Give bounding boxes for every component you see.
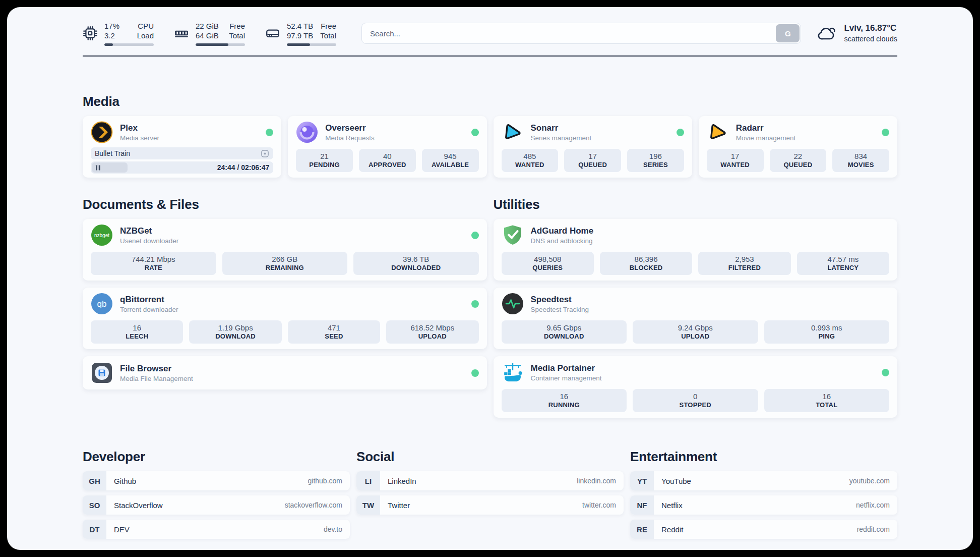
link-name: Twitter	[388, 501, 410, 510]
section-documents: Documents & Files nzbget NZBGet Usenet d…	[83, 197, 487, 425]
app-card-sonarr[interactable]: Sonarr Series management 485 WANTED 17 Q…	[494, 116, 692, 178]
link-url: linkedin.com	[577, 477, 616, 485]
stat-label: DOWNLOAD	[502, 332, 627, 340]
app-description: Media File Management	[120, 375, 193, 382]
search-input[interactable]	[361, 23, 801, 44]
stat-value: 485	[502, 152, 559, 160]
link-url: youtube.com	[849, 477, 890, 485]
stat-value: 17	[707, 152, 764, 160]
cpu-icon	[83, 26, 98, 41]
stat-available: 945 AVAILABLE	[422, 149, 479, 172]
link-linkedin[interactable]: LI LinkedIn linkedin.com	[356, 471, 624, 490]
adguard-icon	[502, 224, 524, 246]
stat-value: 9.65 Gbps	[502, 323, 627, 332]
stat-label: WANTED	[502, 161, 559, 169]
link-badge: GH	[83, 471, 106, 490]
link-name: DEV	[114, 525, 130, 534]
app-name: Plex	[120, 123, 159, 133]
disk-free-value: 52.4 TB	[287, 21, 313, 31]
stat-label: REMAINING	[222, 264, 348, 271]
app-card-radarr[interactable]: Radarr Movie management 17 WANTED 22 QUE…	[699, 116, 897, 178]
link-url: twitter.com	[582, 501, 616, 509]
status-online-dot	[471, 369, 479, 377]
link-stackoverflow[interactable]: SO StackOverflow stackoverflow.com	[83, 495, 350, 515]
disk-total-value: 97.9 TB	[287, 31, 313, 41]
stat-label: STOPPED	[633, 401, 758, 409]
stat-label: QUERIES	[502, 264, 594, 271]
stat-value: 86,396	[600, 255, 692, 263]
stat-label: FILTERED	[698, 264, 790, 271]
utilities-section-title: Utilities	[494, 197, 898, 212]
stat-value: 21	[296, 152, 353, 160]
stat-filtered: 2,953 FILTERED	[698, 252, 790, 275]
stat-movies: 834 MOVIES	[832, 149, 889, 172]
cpu-usage-value: 17%	[104, 21, 119, 31]
stat-upload: 618.52 Mbps UPLOAD	[386, 320, 478, 344]
link-url: reddit.com	[857, 525, 890, 533]
search-engine-button[interactable]: G	[776, 24, 800, 42]
stat-label: LEECH	[91, 332, 183, 340]
app-card-overseerr[interactable]: Overseerr Media Requests 21 PENDING 40 A…	[288, 116, 486, 178]
link-github[interactable]: GH Github github.com	[83, 471, 350, 490]
documents-section-title: Documents & Files	[83, 197, 487, 212]
stat-remaining: 266 GB REMAINING	[222, 252, 348, 275]
stat-label: APPROVED	[359, 161, 416, 169]
now-playing-title: Bullet Train	[95, 149, 130, 157]
link-twitter[interactable]: TW Twitter twitter.com	[356, 495, 624, 515]
link-dev[interactable]: DT DEV dev.to	[83, 520, 350, 539]
app-description: DNS and adblocking	[531, 237, 594, 245]
stat-pending: 21 PENDING	[296, 149, 353, 172]
stat-approved: 40 APPROVED	[359, 149, 416, 172]
stat-running: 16 RUNNING	[502, 389, 627, 412]
link-badge: NF	[630, 495, 654, 515]
app-card-portainer[interactable]: Media Portainer Container management 16 …	[494, 356, 898, 418]
link-badge: DT	[83, 520, 106, 539]
status-online-dot	[677, 129, 684, 136]
app-name: NZBGet	[120, 226, 178, 236]
system-stats: 17% 3.2 CPU Load	[83, 21, 356, 46]
stat-value: 16	[764, 392, 890, 401]
app-card-nzbget[interactable]: nzbget NZBGet Usenet downloader 744.21 M…	[83, 219, 487, 281]
stat-blocked: 86,396 BLOCKED	[600, 252, 692, 275]
stat-value: 2,953	[698, 255, 790, 263]
social-section-title: Social	[356, 449, 624, 465]
app-description: Movie management	[736, 134, 796, 142]
link-youtube[interactable]: YT YouTube youtube.com	[630, 471, 897, 490]
disk-stat: 52.4 TB 97.9 TB Free Total	[265, 21, 336, 46]
stat-queued: 17 QUEUED	[564, 149, 621, 172]
cpu-progress-bar	[104, 43, 154, 46]
stat-value: 0	[633, 392, 758, 401]
search-bar: G	[361, 23, 801, 44]
stat-value: 945	[422, 152, 479, 160]
stat-value: 196	[627, 152, 684, 160]
weather-widget: Lviv, 16.87°C scattered clouds	[816, 23, 897, 44]
app-card-speedtest[interactable]: Speedtest Speedtest Tracking 9.65 Gbps D…	[494, 288, 898, 349]
link-reddit[interactable]: RE Reddit reddit.com	[630, 520, 897, 539]
stat-download: 1.19 Gbps DOWNLOAD	[189, 320, 281, 344]
disk-progress-bar	[287, 43, 336, 46]
link-url: dev.to	[324, 525, 342, 533]
link-netflix[interactable]: NF Netflix netflix.com	[630, 495, 897, 515]
app-description: Usenet downloader	[120, 237, 178, 245]
cpu-progress-fill	[104, 43, 113, 46]
app-card-adguard[interactable]: AdGuard Home DNS and adblocking 498,508 …	[494, 219, 898, 281]
app-name: Media Portainer	[531, 363, 602, 373]
stat-value: 22	[770, 152, 827, 160]
stat-downloaded: 39.6 TB DOWNLOADED	[353, 252, 479, 275]
now-playing-row: Bullet Train	[91, 147, 273, 159]
app-card-plex[interactable]: Plex Media server Bullet Train	[83, 116, 281, 178]
radarr-icon	[707, 121, 729, 143]
app-name: Overseerr	[325, 123, 375, 133]
stat-label: RATE	[91, 264, 216, 271]
stat-series: 196 SERIES	[627, 149, 684, 172]
qbittorrent-icon: qb	[91, 293, 113, 315]
memory-total-value: 64 GiB	[196, 31, 219, 41]
pause-icon[interactable]	[95, 164, 101, 171]
playback-time: 24:44 / 02:06:47	[217, 163, 270, 172]
app-card-filebrowser[interactable]: File Browser Media File Management	[83, 356, 487, 389]
link-badge: SO	[83, 495, 106, 515]
stat-label: LATENCY	[797, 264, 889, 271]
app-card-qbittorrent[interactable]: qb qBittorrent Torrent downloader 16 LEE…	[83, 288, 487, 349]
stat-label: SERIES	[627, 161, 684, 169]
stat-rate: 744.21 Mbps RATE	[91, 252, 216, 275]
